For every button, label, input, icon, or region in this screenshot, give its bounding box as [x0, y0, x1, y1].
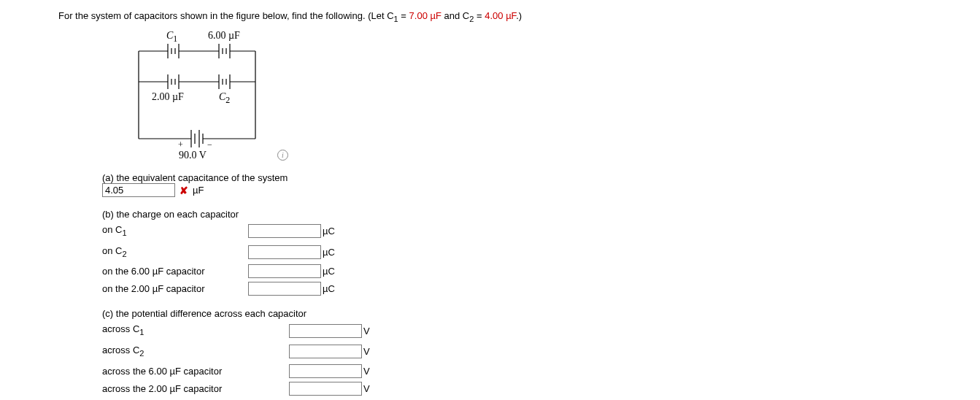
part-c: (c) the potential difference across each… — [102, 308, 922, 396]
wrong-icon: ✘ — [180, 185, 188, 196]
part-a-title: (a) the equivalent capacitance of the sy… — [102, 172, 922, 183]
label-voltage: 90.0 V — [179, 150, 207, 161]
part-c-unit-3: V — [363, 381, 370, 396]
label-c1: C1 — [166, 30, 177, 45]
part-c-input-1[interactable] — [289, 345, 362, 358]
part-b-input-1[interactable] — [248, 245, 321, 259]
label-c2: C2 — [219, 91, 230, 106]
part-c-title: (c) the potential difference across each… — [102, 308, 922, 319]
part-b-unit-1: µC — [323, 245, 335, 260]
part-c-label-3: across the 2.00 µF capacitor — [102, 381, 289, 396]
label-6uf: 6.00 µF — [208, 30, 240, 42]
part-c-unit-2: V — [363, 364, 370, 379]
part-b-unit-0: µC — [323, 223, 335, 239]
part-b-label-0: on C1 — [102, 222, 248, 241]
part-b-input-3[interactable] — [248, 282, 321, 296]
part-b-label-3: on the 2.00 µF capacitor — [102, 281, 248, 296]
part-c-label-1: across C2 — [102, 342, 289, 361]
part-b-unit-3: µC — [323, 281, 335, 296]
part-b-input-2[interactable] — [248, 264, 321, 278]
question-prompt: For the system of capacitors shown in th… — [58, 9, 922, 25]
part-c-input-3[interactable] — [289, 382, 362, 396]
info-icon[interactable]: i — [277, 150, 288, 161]
label-plus: + — [178, 139, 183, 150]
part-a-unit: µF — [193, 185, 204, 196]
part-a-input[interactable] — [102, 183, 175, 197]
part-c-unit-1: V — [363, 344, 370, 359]
part-c-label-2: across the 6.00 µF capacitor — [102, 364, 289, 379]
circuit-figure: C1 6.00 µF 2.00 µF C2 + − 90.0 V i — [124, 29, 285, 161]
part-b-label-2: on the 6.00 µF capacitor — [102, 264, 248, 279]
label-2uf: 2.00 µF — [152, 91, 184, 103]
part-c-input-2[interactable] — [289, 364, 362, 378]
part-a: (a) the equivalent capacitance of the sy… — [102, 172, 922, 197]
part-c-label-0: across C1 — [102, 321, 289, 340]
part-b-title: (b) the charge on each capacitor — [102, 209, 922, 220]
part-b: (b) the charge on each capacitor on C1µC… — [102, 209, 922, 296]
part-c-input-0[interactable] — [289, 324, 362, 338]
part-c-unit-0: V — [363, 323, 370, 339]
part-b-input-0[interactable] — [248, 224, 321, 238]
part-b-label-1: on C2 — [102, 243, 248, 262]
label-minus: − — [207, 139, 212, 150]
part-b-unit-2: µC — [323, 264, 335, 279]
